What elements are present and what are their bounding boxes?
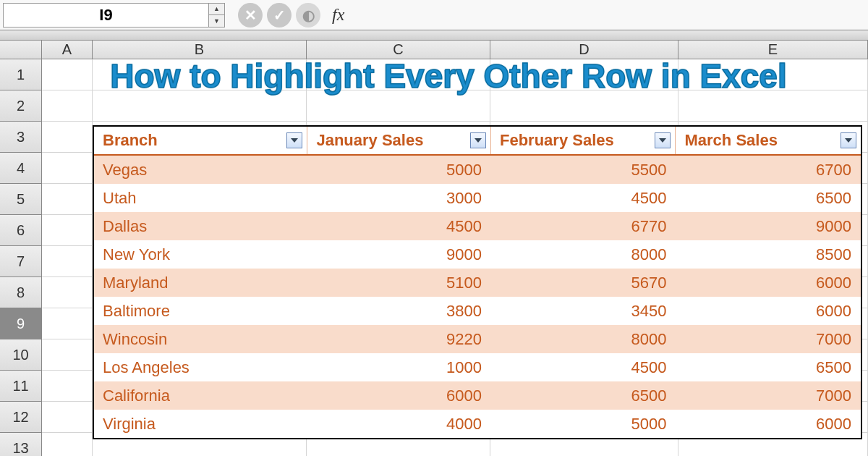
- row-header-5[interactable]: 5: [0, 184, 42, 215]
- cell[interactable]: [42, 433, 93, 456]
- row-header-4[interactable]: 4: [0, 153, 42, 184]
- cell[interactable]: [42, 122, 93, 153]
- filter-dropdown-icon[interactable]: [286, 132, 302, 148]
- cell-february[interactable]: 4500: [491, 184, 676, 212]
- cell-branch[interactable]: New York: [94, 240, 307, 269]
- cell-february[interactable]: 5500: [491, 156, 676, 184]
- cell-march[interactable]: 6700: [676, 156, 861, 184]
- cell-branch[interactable]: Virginia: [94, 410, 307, 438]
- cell[interactable]: [42, 371, 93, 402]
- cell[interactable]: [42, 184, 93, 215]
- table-row: Utah300045006500: [94, 184, 861, 212]
- table-row: Wincosin922080007000: [94, 325, 861, 353]
- row-header-10[interactable]: 10: [0, 339, 42, 371]
- cell-february[interactable]: 5670: [491, 269, 676, 297]
- table-row: Dallas450067709000: [94, 212, 861, 240]
- table-header-february[interactable]: February Sales: [491, 127, 676, 154]
- cell-march[interactable]: 8500: [676, 240, 861, 269]
- cancel-icon[interactable]: ✕: [238, 3, 263, 28]
- formula-bar-icons: ✕ ✓ ◐ fx: [238, 3, 344, 28]
- cell-branch[interactable]: Wincosin: [94, 325, 307, 353]
- cell-branch[interactable]: Utah: [94, 184, 307, 212]
- cell-branch[interactable]: Los Angeles: [94, 353, 307, 381]
- cell[interactable]: [42, 153, 93, 184]
- confirm-icon[interactable]: ✓: [267, 3, 292, 28]
- cell-january[interactable]: 3000: [307, 184, 491, 212]
- name-box-stepper[interactable]: ▲ ▼: [209, 3, 225, 28]
- row-header-3[interactable]: 3: [0, 122, 42, 153]
- filter-dropdown-icon[interactable]: [655, 132, 671, 148]
- cell-march[interactable]: 7000: [676, 381, 861, 410]
- table-row: California600065007000: [94, 381, 861, 410]
- cell-march[interactable]: 6500: [676, 184, 861, 212]
- cell-february[interactable]: 4500: [491, 353, 676, 381]
- cell[interactable]: [42, 402, 93, 433]
- cell[interactable]: [42, 339, 93, 371]
- cell-branch[interactable]: Baltimore: [94, 297, 307, 325]
- cell[interactable]: [42, 246, 93, 277]
- table-row: Baltimore380034506000: [94, 297, 861, 325]
- cell-march[interactable]: 6000: [676, 410, 861, 438]
- cell-january[interactable]: 3800: [307, 297, 491, 325]
- smart-icon[interactable]: ◐: [296, 3, 320, 28]
- cell-march[interactable]: 7000: [676, 325, 861, 353]
- table-row: Maryland510056706000: [94, 269, 861, 297]
- table-row: Los Angeles100045006500: [94, 353, 861, 381]
- select-all-bar[interactable]: [0, 30, 868, 41]
- cell[interactable]: [42, 215, 93, 246]
- table-row: New York900080008500: [94, 240, 861, 269]
- row-header-9[interactable]: 9: [0, 308, 42, 339]
- row-header-6[interactable]: 6: [0, 215, 42, 246]
- header-label: Branch: [103, 131, 158, 150]
- cell-february[interactable]: 8000: [491, 240, 676, 269]
- cell-january[interactable]: 6000: [307, 381, 491, 410]
- cell-january[interactable]: 4500: [307, 212, 491, 240]
- cell-january[interactable]: 1000: [307, 353, 491, 381]
- cell-february[interactable]: 6770: [491, 212, 676, 240]
- table-header-row: Branch January Sales February Sales Marc…: [94, 127, 861, 156]
- cell[interactable]: [42, 308, 93, 339]
- cell-march[interactable]: 6500: [676, 353, 861, 381]
- cell-january[interactable]: 5000: [307, 156, 491, 184]
- filter-dropdown-icon[interactable]: [470, 132, 486, 148]
- cell-february[interactable]: 8000: [491, 325, 676, 353]
- cell-january[interactable]: 9220: [307, 325, 491, 353]
- name-box[interactable]: I9: [3, 3, 209, 28]
- row-header-7[interactable]: 7: [0, 246, 42, 277]
- cell[interactable]: [42, 277, 93, 308]
- row-header-8[interactable]: 8: [0, 277, 42, 308]
- table-header-branch[interactable]: Branch: [94, 127, 307, 154]
- cell-january[interactable]: 9000: [307, 240, 491, 269]
- chevron-down-icon[interactable]: ▼: [209, 15, 224, 27]
- cell-february[interactable]: 3450: [491, 297, 676, 325]
- table-row: Virginia400050006000: [94, 410, 861, 438]
- cell-february[interactable]: 5000: [491, 410, 676, 438]
- fx-label[interactable]: fx: [332, 5, 344, 25]
- chevron-up-icon[interactable]: ▲: [209, 4, 224, 16]
- cell-february[interactable]: 6500: [491, 381, 676, 410]
- row-header-12[interactable]: 12: [0, 402, 42, 433]
- row-header-13[interactable]: 13: [0, 433, 42, 456]
- table-header-march[interactable]: March Sales: [676, 127, 861, 154]
- cell-branch[interactable]: Vegas: [94, 156, 307, 184]
- row-header-11[interactable]: 11: [0, 371, 42, 402]
- cell-march[interactable]: 9000: [676, 212, 861, 240]
- cell-branch[interactable]: Maryland: [94, 269, 307, 297]
- data-table: Branch January Sales February Sales Marc…: [93, 125, 862, 439]
- header-label: January Sales: [316, 131, 423, 150]
- cell-branch[interactable]: California: [94, 381, 307, 410]
- formula-bar: I9 ▲ ▼ ✕ ✓ ◐ fx: [0, 0, 868, 30]
- filter-dropdown-icon[interactable]: [841, 132, 856, 148]
- table-header-january[interactable]: January Sales: [307, 127, 491, 154]
- cell-january[interactable]: 5100: [307, 269, 491, 297]
- cell-branch[interactable]: Dallas: [94, 212, 307, 240]
- cell-january[interactable]: 4000: [307, 410, 491, 438]
- cell-march[interactable]: 6000: [676, 297, 861, 325]
- header-label: March Sales: [684, 131, 777, 150]
- table-row: Vegas500055006700: [94, 156, 861, 184]
- cell-march[interactable]: 6000: [676, 269, 861, 297]
- page-title: How to Highlight Every Other Row in Exce…: [36, 56, 861, 96]
- header-label: February Sales: [500, 131, 614, 150]
